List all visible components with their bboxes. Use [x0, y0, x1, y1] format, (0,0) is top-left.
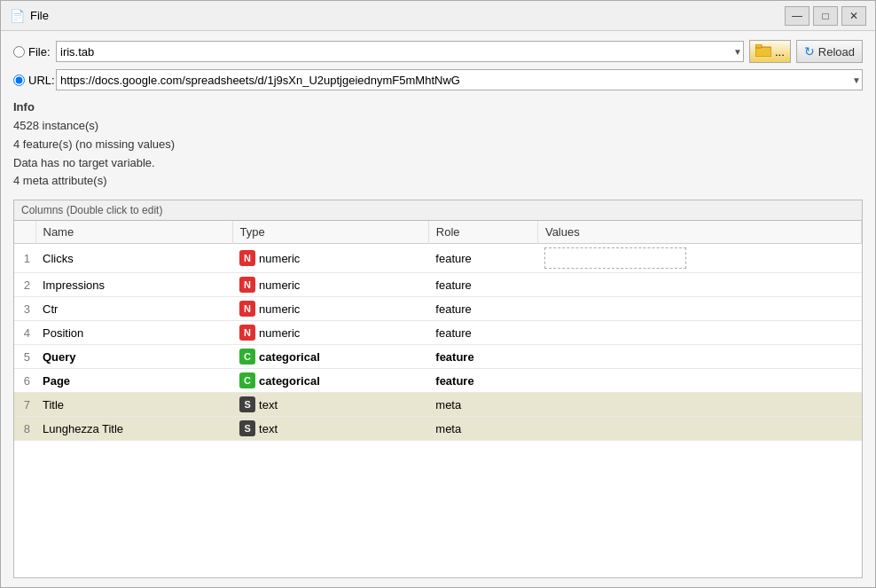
row-type: Ccategorical [232, 369, 428, 393]
row-values [537, 297, 861, 321]
type-label: categorical [259, 350, 320, 364]
row-values [537, 321, 861, 345]
row-number: 6 [14, 369, 35, 393]
folder-icon [755, 44, 771, 59]
title-controls: — □ ✕ [785, 6, 866, 26]
info-title: Info [13, 100, 863, 114]
type-badge-icon: N [239, 325, 255, 341]
row-values [537, 369, 861, 393]
row-role: feature [428, 345, 537, 369]
type-badge-icon: S [239, 396, 255, 412]
columns-header: Columns (Double click to edit) [14, 200, 862, 221]
type-label: numeric [259, 278, 300, 292]
type-badge-icon: N [239, 250, 255, 266]
row-number: 1 [14, 244, 35, 273]
row-values [537, 273, 861, 297]
col-header-name: Name [35, 221, 232, 244]
title-bar-left: 📄 File [10, 9, 49, 23]
title-bar: 📄 File — □ ✕ [1, 1, 875, 31]
url-label-text: URL: [28, 74, 55, 87]
row-type: Stext [232, 393, 428, 417]
row-type: Nnumeric [232, 273, 428, 297]
info-section: Info 4528 instance(s) 4 feature(s) (no m… [13, 97, 863, 194]
info-text: 4528 instance(s) 4 feature(s) (no missin… [13, 117, 863, 191]
maximize-button[interactable]: □ [813, 6, 838, 26]
values-box [544, 247, 686, 269]
columns-section: Columns (Double click to edit) Name Type… [13, 200, 863, 578]
type-badge-icon: C [239, 349, 255, 365]
browse-button[interactable]: ... [749, 40, 791, 63]
row-role: feature [428, 244, 537, 273]
col-header-values: Values [537, 221, 861, 244]
table-container[interactable]: Name Type Role Values 1ClicksNnumericfea… [14, 221, 862, 577]
row-number: 4 [14, 321, 35, 345]
close-button[interactable]: ✕ [841, 6, 866, 26]
type-badge-icon: N [239, 277, 255, 293]
row-type: Nnumeric [232, 297, 428, 321]
row-role: meta [428, 393, 537, 417]
table-row[interactable]: 7TitleStextmeta [14, 393, 862, 417]
row-number: 3 [14, 297, 35, 321]
row-name: Ctr [35, 297, 232, 321]
url-dropdown-arrow-icon: ▼ [852, 75, 861, 85]
row-type: Nnumeric [232, 244, 428, 273]
row-name: Impressions [35, 273, 232, 297]
window-icon: 📄 [10, 9, 25, 23]
row-role: meta [428, 417, 537, 441]
row-role: feature [428, 369, 537, 393]
info-line-2: 4 feature(s) (no missing values) [13, 136, 863, 154]
row-values [537, 244, 861, 273]
file-dropdown[interactable]: iris.tab [56, 41, 744, 62]
file-dropdown-wrapper: iris.tab ▼ [56, 41, 744, 62]
row-name: Page [35, 369, 232, 393]
content-area: File: iris.tab ▼ ... ↻ Reload [1, 31, 875, 587]
type-label: text [259, 398, 278, 412]
info-line-4: 4 meta attribute(s) [13, 172, 863, 191]
type-label: numeric [259, 302, 300, 316]
table-row[interactable]: 1ClicksNnumericfeature [14, 244, 862, 273]
col-header-type: Type [232, 221, 428, 244]
file-radio-label[interactable]: File: [13, 45, 51, 59]
row-name: Position [35, 321, 232, 345]
url-input-wrapper: ▼ [56, 69, 863, 90]
type-label: text [259, 422, 278, 435]
type-badge-icon: S [239, 420, 255, 436]
col-header-num [14, 221, 35, 244]
reload-icon: ↻ [804, 44, 815, 59]
reload-label: Reload [818, 45, 855, 59]
row-type: Nnumeric [232, 321, 428, 345]
type-label: numeric [259, 326, 300, 340]
row-role: feature [428, 321, 537, 345]
table-row[interactable]: 5QueryCcategoricalfeature [14, 345, 862, 369]
table-row[interactable]: 3CtrNnumericfeature [14, 297, 862, 321]
row-role: feature [428, 273, 537, 297]
info-line-1: 4528 instance(s) [13, 117, 863, 136]
type-badge-icon: C [239, 372, 255, 388]
table-row[interactable]: 2ImpressionsNnumericfeature [14, 273, 862, 297]
file-label-text: File: [28, 45, 51, 59]
main-window: 📄 File — □ ✕ File: iris.tab ▼ [0, 0, 876, 588]
table-header-row: Name Type Role Values [14, 221, 862, 244]
svg-rect-1 [755, 44, 762, 48]
table-row[interactable]: 8Lunghezza TitleStextmeta [14, 417, 862, 441]
url-radio-label[interactable]: URL: [13, 74, 51, 87]
type-label: numeric [259, 252, 300, 265]
url-radio[interactable] [13, 74, 25, 86]
url-input[interactable] [56, 69, 863, 90]
row-name: Query [35, 345, 232, 369]
reload-button[interactable]: ↻ Reload [796, 40, 863, 63]
file-radio[interactable] [13, 46, 25, 58]
row-values [537, 417, 861, 441]
columns-table: Name Type Role Values 1ClicksNnumericfea… [14, 221, 862, 441]
url-row: URL: ▼ [13, 68, 863, 91]
table-row[interactable]: 4PositionNnumericfeature [14, 321, 862, 345]
svg-rect-0 [755, 47, 771, 57]
table-row[interactable]: 6PageCcategoricalfeature [14, 369, 862, 393]
row-type: Ccategorical [232, 345, 428, 369]
browse-label: ... [775, 45, 785, 59]
row-number: 8 [14, 417, 35, 441]
row-number: 2 [14, 273, 35, 297]
type-label: categorical [259, 374, 320, 388]
info-line-3: Data has no target variable. [13, 154, 863, 173]
minimize-button[interactable]: — [785, 6, 810, 26]
